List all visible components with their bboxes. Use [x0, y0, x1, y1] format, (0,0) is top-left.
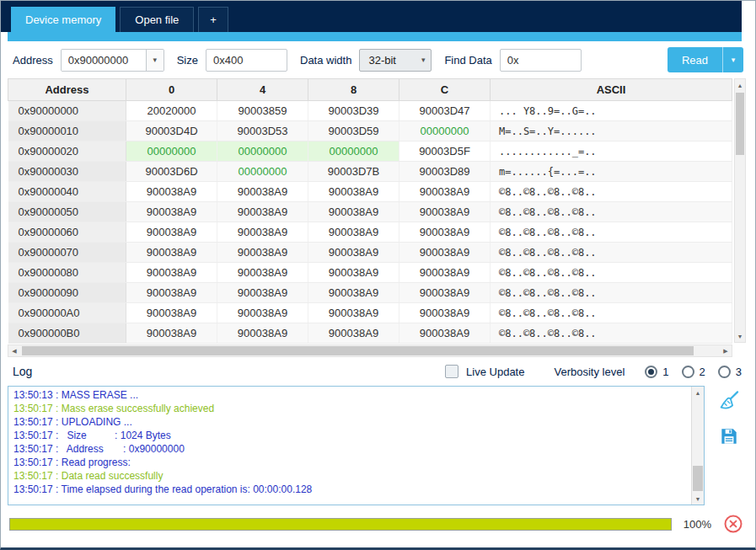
read-dropdown-icon[interactable]: ▾	[723, 56, 743, 64]
log-vscroll-thumb[interactable]	[693, 466, 703, 491]
table-row[interactable]: 0x90000070900038A9900038A9900038A9900038…	[8, 243, 732, 263]
memory-cell[interactable]: 90003859	[217, 101, 308, 121]
hscroll-thumb[interactable]	[22, 346, 694, 355]
memory-cell[interactable]: 900038A9	[126, 222, 217, 243]
size-input[interactable]	[206, 49, 287, 72]
memory-cell[interactable]: 900038A9	[399, 222, 491, 243]
memory-cell[interactable]: 900038A9	[126, 323, 217, 344]
data-width-select[interactable]: 32-bit ▾	[359, 49, 432, 72]
memory-cell[interactable]: 900038A9	[217, 283, 308, 303]
memory-cell[interactable]: 90003D53	[217, 121, 308, 142]
memory-cell[interactable]: 900038A9	[308, 243, 399, 263]
scroll-up-icon[interactable]: ▲	[735, 79, 745, 91]
memory-cell[interactable]: 900038A9	[217, 263, 308, 283]
live-update-checkbox[interactable]	[445, 365, 458, 378]
tab-add[interactable]: +	[198, 7, 228, 32]
memory-cell[interactable]: 900038A9	[126, 182, 217, 202]
find-data-input[interactable]	[500, 49, 582, 72]
log-line: 13:50:17 : Address : 0x90000000	[13, 442, 686, 456]
memory-cell[interactable]: 90003D7B	[308, 162, 399, 182]
verbosity-radio-3[interactable]: 3	[718, 366, 742, 378]
memory-cell[interactable]: 900038A9	[399, 202, 491, 222]
memory-cell[interactable]: 900038A9	[126, 263, 217, 283]
memory-cell[interactable]: 900038A9	[217, 222, 308, 243]
memory-cell[interactable]: 00000000	[217, 162, 308, 182]
address-dropdown-icon[interactable]: ▾	[146, 50, 164, 71]
scroll-left-icon[interactable]: ◀	[8, 345, 20, 356]
table-row[interactable]: 0x90000000200200009000385990003D3990003D…	[8, 101, 732, 121]
memory-cell[interactable]: 900038A9	[399, 243, 491, 263]
table-horizontal-scrollbar[interactable]: ◀ ▶	[8, 344, 732, 357]
memory-cell[interactable]: 00000000	[126, 142, 217, 162]
memory-cell[interactable]: 900038A9	[308, 283, 399, 303]
tab-device-memory[interactable]: Device memory	[11, 7, 115, 32]
memory-cell[interactable]: 900038A9	[399, 303, 491, 323]
table-row[interactable]: 0x900000B0900038A9900038A9900038A9900038…	[8, 323, 732, 344]
memory-cell[interactable]: 900038A9	[308, 263, 399, 283]
memory-cell[interactable]: 900038A9	[217, 323, 308, 344]
memory-cell[interactable]: 90003D6D	[126, 162, 217, 182]
table-row[interactable]: 0x9000002000000000000000000000000090003D…	[8, 142, 732, 162]
memory-cell[interactable]: 900038A9	[308, 303, 399, 323]
memory-cell[interactable]: 90003D59	[308, 121, 399, 142]
log-controls: Live Update Verbosity level 123	[445, 365, 742, 378]
memory-cell[interactable]: 90003D4D	[126, 121, 217, 142]
memory-cell[interactable]: 900038A9	[217, 202, 308, 222]
memory-cell[interactable]: 900038A9	[217, 243, 308, 263]
hscroll-track[interactable]	[20, 345, 720, 356]
memory-cell[interactable]: 900038A9	[217, 182, 308, 202]
table-row[interactable]: 0x90000060900038A9900038A9900038A9900038…	[8, 222, 732, 243]
memory-cell[interactable]: 900038A9	[217, 303, 308, 323]
memory-cell[interactable]: 900038A9	[399, 182, 491, 202]
address-input[interactable]	[62, 50, 146, 71]
log-box[interactable]: 13:50:13 : MASS ERASE ...13:50:17 : Mass…	[8, 386, 705, 505]
radio-icon[interactable]	[718, 366, 731, 378]
read-button[interactable]: Read ▾	[668, 47, 743, 72]
memory-cell[interactable]: 00000000	[217, 142, 308, 162]
memory-cell[interactable]: 90003D5F	[399, 142, 491, 162]
table-row[interactable]: 0x90000080900038A9900038A9900038A9900038…	[8, 263, 732, 283]
memory-cell[interactable]: 900038A9	[126, 243, 217, 263]
memory-cell[interactable]: 900038A9	[126, 283, 217, 303]
verbosity-radio-2[interactable]: 2	[682, 366, 705, 378]
memory-cell[interactable]: 900038A9	[399, 283, 491, 303]
memory-cell[interactable]: 900038A9	[308, 202, 399, 222]
save-log-button[interactable]	[718, 425, 740, 447]
ascii-cell: ©8..©8..©8..©8..	[491, 283, 732, 303]
radio-icon[interactable]	[682, 366, 694, 378]
radio-icon[interactable]	[645, 366, 657, 378]
scroll-down-icon[interactable]: ▼	[735, 330, 745, 342]
memory-cell[interactable]: 900038A9	[399, 323, 491, 344]
verbosity-radio-1[interactable]: 1	[645, 366, 668, 378]
table-row[interactable]: 0x90000040900038A9900038A9900038A9900038…	[8, 182, 732, 202]
memory-cell[interactable]: 90003D89	[399, 162, 491, 182]
table-row[interactable]: 0x900000A0900038A9900038A9900038A9900038…	[8, 303, 732, 323]
vscroll-track[interactable]	[735, 91, 745, 330]
table-vertical-scrollbar[interactable]: ▲ ▼	[734, 78, 746, 343]
scroll-right-icon[interactable]: ▶	[720, 345, 732, 356]
memory-cell[interactable]: 900038A9	[308, 222, 399, 243]
memory-cell[interactable]: 900038A9	[308, 323, 399, 344]
memory-cell[interactable]: 00000000	[308, 142, 399, 162]
log-scroll-down-icon[interactable]: ▼	[692, 493, 704, 505]
table-row[interactable]: 0x9000003090003D6D0000000090003D7B90003D…	[8, 162, 732, 182]
memory-cell[interactable]: 90003D47	[399, 101, 491, 121]
cancel-button[interactable]	[723, 514, 743, 534]
memory-cell[interactable]: 00000000	[399, 121, 491, 142]
address-combobox[interactable]: ▾	[61, 49, 164, 72]
memory-cell[interactable]: 900038A9	[126, 202, 217, 222]
table-row[interactable]: 0x90000090900038A9900038A9900038A9900038…	[8, 283, 732, 303]
table-row[interactable]: 0x9000001090003D4D90003D5390003D59000000…	[8, 121, 732, 142]
memory-cell[interactable]: 900038A9	[308, 182, 399, 202]
log-vertical-scrollbar[interactable]: ▲ ▼	[691, 387, 704, 505]
memory-cell[interactable]: 90003D39	[308, 101, 399, 121]
log-vscroll-track[interactable]	[692, 398, 704, 493]
memory-cell[interactable]: 900038A9	[399, 263, 491, 283]
tab-open-file[interactable]: Open file	[120, 7, 194, 32]
memory-cell[interactable]: 900038A9	[126, 303, 217, 323]
memory-cell[interactable]: 20020000	[126, 101, 217, 121]
vscroll-thumb[interactable]	[736, 93, 744, 155]
log-scroll-up-icon[interactable]: ▲	[692, 387, 704, 398]
clean-log-button[interactable]	[718, 389, 741, 412]
table-row[interactable]: 0x90000050900038A9900038A9900038A9900038…	[8, 202, 732, 222]
